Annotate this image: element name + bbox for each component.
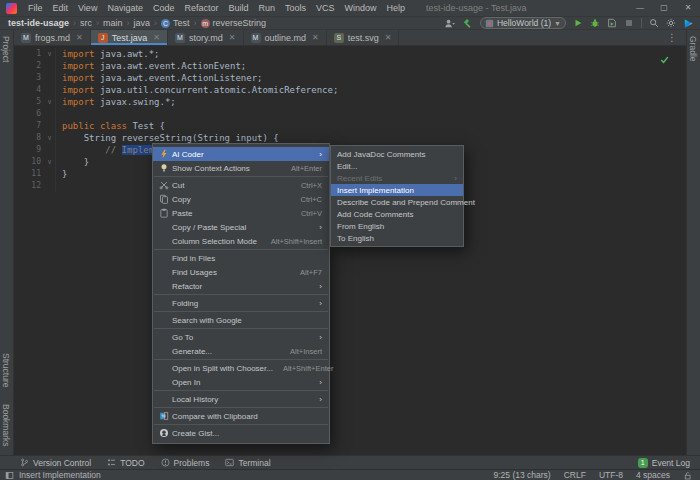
tab-close-icon[interactable]: ✕ <box>153 33 160 42</box>
menu-item-add-javadoc-comments[interactable]: Add JavaDoc Comments <box>331 148 463 160</box>
stripe-button-bookmarks[interactable]: Bookmarks <box>1 404 11 447</box>
line-separator[interactable]: CRLF <box>564 470 586 480</box>
caret-position[interactable]: 9:25 (13 chars) <box>494 470 551 480</box>
coverage-button[interactable] <box>607 18 617 28</box>
tab-options-icon[interactable]: ⋮ <box>658 30 686 45</box>
menu-item-cut[interactable]: CutCtrl+X <box>153 178 329 192</box>
tab-close-icon[interactable]: ✕ <box>229 33 236 42</box>
window-minimize-button[interactable]: — <box>628 0 652 16</box>
menu-item-go-to[interactable]: Go To› <box>153 330 329 344</box>
menubar-item-window[interactable]: Window <box>340 0 382 16</box>
search-button[interactable] <box>649 18 659 28</box>
breadcrumb-item-test[interactable]: CTest <box>161 18 190 28</box>
fold-marker-icon[interactable]: ∨ <box>44 132 56 144</box>
menu-item-insert-implementation[interactable]: Insert Implementation <box>331 184 463 196</box>
menu-item-from-english[interactable]: From English <box>331 220 463 232</box>
inspections-ok-icon[interactable] <box>659 54 670 65</box>
tab-test-java[interactable]: JTest.java✕ <box>91 30 168 45</box>
menu-item-copy[interactable]: CopyCtrl+C <box>153 192 329 206</box>
code-text[interactable]: } <box>62 168 67 180</box>
tab-frogs-md[interactable]: Mfrogs.md✕ <box>14 30 91 45</box>
user-button[interactable] <box>444 18 455 29</box>
menubar-item-code[interactable]: Code <box>148 0 180 16</box>
menubar-item-run[interactable]: Run <box>253 0 280 16</box>
menu-item-refactor[interactable]: Refactor› <box>153 279 329 293</box>
code-text[interactable]: } <box>62 156 89 168</box>
tool-window-button-problems[interactable]: Problems <box>161 458 210 468</box>
menu-item-folding[interactable]: Folding› <box>153 296 329 310</box>
menu-item-open-in[interactable]: Open In› <box>153 375 329 389</box>
stripe-button-gradle[interactable]: Gradle <box>688 36 698 62</box>
code-line: 6 <box>14 108 686 120</box>
file-encoding[interactable]: UTF-8 <box>599 470 623 480</box>
tab-test-svg[interactable]: Stest.svg✕ <box>327 30 400 45</box>
code-text[interactable]: public class Test { <box>62 120 165 132</box>
menu-item-open-in-split-with-chooser[interactable]: Open in Split with Chooser...Alt+Shift+E… <box>153 361 329 375</box>
menubar-item-tools[interactable]: Tools <box>280 0 311 16</box>
menu-item-recent-edits[interactable]: Recent Edits› <box>331 172 463 184</box>
fold-marker-icon[interactable]: ∨ <box>44 96 56 108</box>
tool-window-toggle-icon[interactable] <box>5 471 14 480</box>
menu-item-create-gist[interactable]: Create Gist... <box>153 426 329 440</box>
menu-item-generate[interactable]: Generate...Alt+Insert <box>153 344 329 358</box>
run-config-combo[interactable]: HelloWorld (1) ▼ <box>480 17 566 29</box>
menu-item-edit[interactable]: Edit... <box>331 160 463 172</box>
menu-item-to-english[interactable]: To English <box>331 232 463 244</box>
menubar-item-view[interactable]: View <box>73 0 102 16</box>
code-text[interactable]: import java.awt.event.ActionListener; <box>62 72 263 84</box>
fold-marker-icon[interactable]: ∨ <box>44 156 56 168</box>
breadcrumb-item-test-ide-usage[interactable]: test-ide-usage <box>8 18 69 28</box>
menu-item-copy-paste-special[interactable]: Copy / Paste Special› <box>153 220 329 234</box>
code-text[interactable]: import javax.swing.*; <box>62 96 176 108</box>
gear-button[interactable] <box>666 18 676 28</box>
tab-close-icon[interactable]: ✕ <box>76 33 83 42</box>
tab-story-md[interactable]: Mstory.md✕ <box>168 30 244 45</box>
tab-close-icon[interactable]: ✕ <box>385 33 392 42</box>
menu-item-show-context-actions[interactable]: Show Context ActionsAlt+Enter <box>153 161 329 175</box>
code-editor[interactable]: 1∨import java.awt.*;2import java.awt.eve… <box>14 46 686 455</box>
menu-item-paste[interactable]: PasteCtrl+V <box>153 206 329 220</box>
hammer-button[interactable] <box>462 18 473 29</box>
breadcrumb-item-src[interactable]: src <box>80 18 92 28</box>
tab-close-icon[interactable]: ✕ <box>312 33 319 42</box>
menubar-item-edit[interactable]: Edit <box>48 0 74 16</box>
indent-setting[interactable]: 4 spaces <box>636 470 670 480</box>
breadcrumb-item-reversestring[interactable]: mreverseString <box>201 18 267 28</box>
debug-button[interactable] <box>590 18 600 28</box>
code-text[interactable]: import java.awt.event.ActionEvent; <box>62 60 246 72</box>
menubar-item-build[interactable]: Build <box>223 0 253 16</box>
tool-window-button-todo[interactable]: TODO <box>107 458 144 468</box>
menubar-item-help[interactable]: Help <box>382 0 411 16</box>
fold-marker-icon[interactable]: ∨ <box>44 48 56 60</box>
menubar-item-vcs[interactable]: VCS <box>311 0 340 16</box>
menu-item-describe-code-and-prepend-comment[interactable]: Describe Code and Prepend Comment <box>331 196 463 208</box>
menubar-item-refactor[interactable]: Refactor <box>179 0 223 16</box>
menu-item-column-selection-mode[interactable]: Column Selection ModeAlt+Shift+Insert <box>153 234 329 248</box>
stripe-button-structure[interactable]: Structure <box>1 353 11 388</box>
event-log-button[interactable]: 1 Event Log <box>638 458 690 468</box>
menu-item-compare-with-clipboard[interactable]: Compare with Clipboard <box>153 409 329 423</box>
menu-item-ai-coder[interactable]: AI Coder› <box>153 147 329 161</box>
menubar-item-navigate[interactable]: Navigate <box>102 0 148 16</box>
plugin-button[interactable] <box>683 18 694 29</box>
window-maximize-button[interactable]: ▢ <box>652 0 676 16</box>
menubar-item-file[interactable]: File <box>23 0 48 16</box>
breadcrumb-item-main[interactable]: main <box>103 18 123 28</box>
menu-item-add-code-comments[interactable]: Add Code Comments <box>331 208 463 220</box>
code-line: 2import java.awt.event.ActionEvent; <box>14 60 686 72</box>
run-button[interactable] <box>573 18 583 28</box>
code-text[interactable]: import java.util.concurrent.atomic.Atomi… <box>62 84 338 96</box>
menu-item-find-usages[interactable]: Find UsagesAlt+F7 <box>153 265 329 279</box>
menu-item-search-with-google[interactable]: Search with Google <box>153 313 329 327</box>
menu-item-find-in-files[interactable]: Find in Files <box>153 251 329 265</box>
stripe-button-project[interactable]: Project <box>1 36 11 62</box>
tool-window-button-terminal[interactable]: Terminal <box>225 458 270 468</box>
tab-outline-md[interactable]: Moutline.md✕ <box>244 30 327 45</box>
lock-icon[interactable] <box>683 471 692 480</box>
stop-button[interactable] <box>624 18 634 28</box>
menu-item-local-history[interactable]: Local History› <box>153 392 329 406</box>
breadcrumb-item-java[interactable]: java <box>134 18 151 28</box>
code-text[interactable]: import java.awt.*; <box>62 48 160 60</box>
window-close-button[interactable]: ✕ <box>676 0 700 16</box>
tool-window-button-version-control[interactable]: Version Control <box>20 458 91 468</box>
